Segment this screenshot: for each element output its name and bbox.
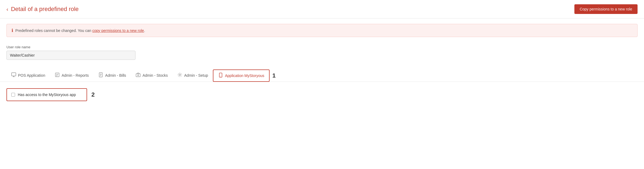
permission-number-badge: 2 [91, 91, 95, 98]
svg-point-12 [138, 75, 139, 76]
tab-stocks-label: Admin - Stocks [142, 73, 168, 78]
svg-rect-0 [12, 73, 16, 76]
tab-pos-label: POS Application [18, 73, 45, 78]
page-header: ‹ Detail of a predefined role Copy permi… [0, 0, 644, 19]
back-button[interactable]: ‹ [6, 6, 8, 12]
tab-admin-setup[interactable]: Admin - Setup [173, 70, 213, 82]
monitor-icon [11, 72, 16, 78]
svg-rect-11 [136, 74, 140, 77]
header-left: ‹ Detail of a predefined role [6, 6, 79, 13]
tab-number-badge: 1 [272, 72, 276, 79]
tab-setup-label: Admin - Setup [184, 73, 208, 78]
tab-pos-application[interactable]: POS Application [6, 70, 50, 82]
role-name-label: User role name [6, 45, 638, 49]
tab-mystoryous-label: Application MyStoryous [225, 74, 264, 78]
reports-icon [55, 72, 60, 78]
copy-permissions-link[interactable]: copy permissions to a new role [92, 28, 144, 33]
tab-bills-label: Admin - Bills [105, 73, 126, 78]
tabs-container: POS Application Admin - Reports Admin - … [0, 65, 644, 82]
alert-icon: ℹ [12, 28, 13, 33]
page-title: Detail of a predefined role [11, 6, 79, 13]
permission-checkbox-mystoryous[interactable] [11, 93, 15, 97]
phone-icon [218, 73, 223, 79]
permission-label-mystoryous: Has access to the MyStoryous app [18, 93, 76, 97]
role-name-input[interactable] [6, 51, 135, 60]
alert-text: Predefined roles cannot be changed. You … [15, 28, 145, 33]
bills-icon [98, 72, 103, 78]
form-section: User role name [0, 42, 644, 65]
copy-permissions-button[interactable]: Copy permissions to a new role [574, 4, 638, 14]
svg-point-13 [179, 74, 181, 76]
stocks-icon [136, 72, 141, 78]
permission-item-mystoryous: Has access to the MyStoryous app [6, 88, 87, 101]
tab-admin-stocks[interactable]: Admin - Stocks [131, 70, 173, 82]
tab-admin-reports[interactable]: Admin - Reports [50, 70, 94, 82]
tab-mystoryous[interactable]: Application MyStoryous [213, 69, 270, 82]
permissions-section: Has access to the MyStoryous app 2 [0, 82, 644, 108]
svg-rect-3 [55, 73, 59, 77]
svg-point-15 [220, 76, 221, 77]
setup-icon [177, 72, 182, 78]
alert-banner: ℹ Predefined roles cannot be changed. Yo… [6, 24, 638, 37]
tab-admin-bills[interactable]: Admin - Bills [94, 70, 131, 82]
tab-reports-label: Admin - Reports [62, 73, 89, 78]
